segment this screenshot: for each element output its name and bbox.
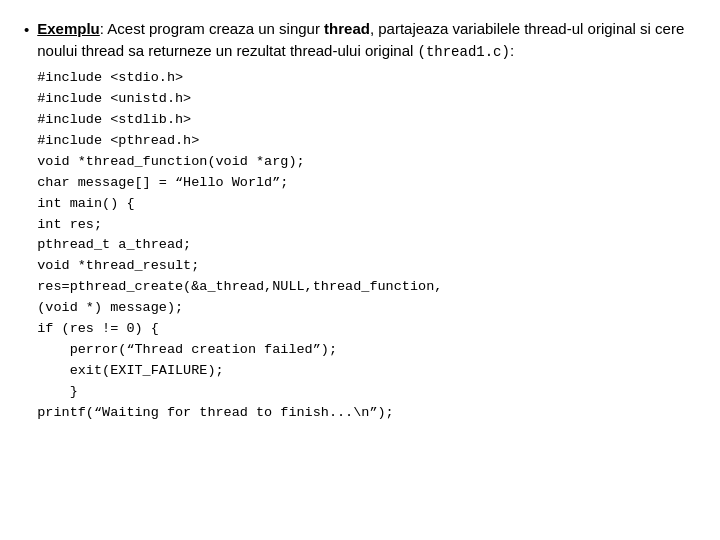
bullet-symbol: • <box>24 19 29 40</box>
intro-text: Exemplu: Acest program creaza un singur … <box>37 18 696 62</box>
code-block: #include <stdio.h> #include <unistd.h> #… <box>37 68 696 424</box>
bullet-item: • Exemplu: Acest program creaza un singu… <box>24 18 696 424</box>
intro-suffix: : <box>510 42 514 59</box>
filename-code: (thread1.c) <box>418 44 510 60</box>
content-area: • Exemplu: Acest program creaza un singu… <box>0 0 720 540</box>
item-content: Exemplu: Acest program creaza un singur … <box>37 18 696 424</box>
exemplu-label: Exemplu <box>37 20 100 37</box>
thread-word: thread <box>324 20 370 37</box>
intro-colon: : Acest program creaza un singur <box>100 20 324 37</box>
